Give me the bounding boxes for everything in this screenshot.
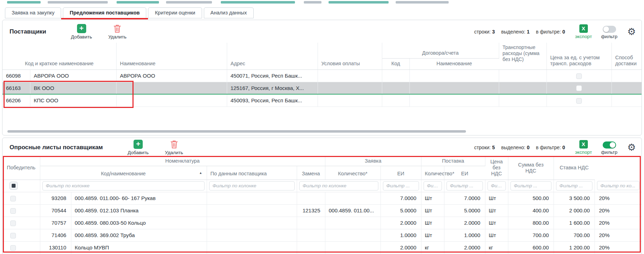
cell-code: 71406: [40, 229, 71, 241]
col-header-vat-rate[interactable]: Ставка НДС: [554, 156, 595, 180]
settings-gear-icon[interactable]: ⚙: [627, 143, 636, 152]
col-header-delivery-method[interactable]: Способ доставки: [611, 43, 642, 69]
cell-contract-code: [382, 69, 409, 82]
winner-checkbox[interactable]: [10, 233, 16, 238]
suppliers-panel: Поставщики + Добавить Удалить строки:3 в…: [2, 20, 642, 135]
winner-checkbox[interactable]: [10, 245, 16, 251]
col-header-supplier-data[interactable]: По данным поставщика: [207, 166, 297, 180]
col-header-unit-price[interactable]: Цена за ед. с учетом трансп. расходов: [546, 43, 611, 69]
col-header-sum-no-vat[interactable]: Сумма без НДС: [508, 156, 554, 180]
chrome-fragment: [48, 1, 108, 4]
filter-toggle-control[interactable]: фильтр: [601, 140, 618, 155]
horizontal-scrollbar[interactable]: [7, 130, 466, 133]
cell-unit-delivery: кг: [485, 241, 508, 254]
filter-input-vat[interactable]: [597, 181, 639, 190]
cell-qty-request: 2.0000: [380, 241, 421, 254]
cell-unit-request: кг: [421, 241, 444, 254]
filter-input-code-name[interactable]: [42, 181, 205, 190]
col-header-qty-delivery[interactable]: Количество*: [421, 166, 444, 180]
sheet-row[interactable]: 93208 000.4859. 011.000- 60- 167 Рукав 7…: [2, 192, 642, 204]
filter-cell: [297, 180, 380, 192]
filter-cell: [595, 180, 642, 192]
col-header-unit-request[interactable]: ЕИ: [380, 166, 421, 180]
supplier-row-selected[interactable]: 66163 ВК ООО 125167, Россия, г Москва, Х…: [2, 82, 642, 94]
col-header-contract-name[interactable]: Наименование: [409, 58, 499, 69]
tab-purchase-request[interactable]: Заявка на закупку: [5, 7, 61, 18]
tab-evaluation-criteria[interactable]: Критерии оценки: [148, 7, 202, 18]
filter-input-supplier-data[interactable]: [209, 181, 295, 190]
add-button-label: Добавить: [128, 150, 149, 155]
filter-input-price[interactable]: [510, 181, 551, 190]
col-header-winner[interactable]: Победитель: [2, 156, 40, 180]
survey-sheets-panel: Опросные листы поставщикам + Добавить Уд…: [2, 138, 642, 254]
winner-checkbox[interactable]: [10, 208, 16, 214]
col-header-contract-code[interactable]: Код: [382, 58, 409, 69]
col-header-replacement[interactable]: Замена: [297, 166, 325, 180]
export-excel-button[interactable]: X экспорт: [575, 140, 592, 155]
add-supplier-button[interactable]: + Добавить: [71, 24, 92, 40]
filter-toggle-off[interactable]: [603, 26, 616, 33]
filter-input-qty-request[interactable]: [383, 181, 419, 190]
sort-asc-icon: ▲: [199, 170, 202, 176]
filter-input-qty-delivery[interactable]: [447, 181, 483, 190]
delete-button-label: Удалить: [165, 150, 183, 155]
winner-filter-checkbox[interactable]: [10, 182, 18, 190]
col-header-name[interactable]: Наименование: [116, 43, 227, 69]
sheet-row[interactable]: 70544 000.4859. 012.103 Планка 121325 00…: [2, 204, 642, 217]
sheet-row[interactable]: 71406 000.4859. 369.002 Труба 1.0000 Шт …: [2, 229, 642, 241]
filter-input-unit-delivery[interactable]: [488, 181, 506, 190]
settings-gear-icon[interactable]: ⚙: [627, 27, 636, 37]
add-sheet-row-button[interactable]: + Добавить: [128, 140, 149, 155]
cell-code: 66163: [2, 82, 30, 94]
delete-supplier-button[interactable]: Удалить: [108, 24, 127, 40]
unit-price-checkbox[interactable]: [576, 85, 582, 91]
tab-bar: Заявка на закупку Предложения поставщико…: [0, 4, 644, 18]
tab-supplier-offers[interactable]: Предложения поставщиков: [63, 7, 146, 18]
cell-qty-request: 5.0000: [380, 204, 421, 217]
col-header-payment-terms[interactable]: Условия оплаты: [318, 43, 382, 69]
tab-data-analysis[interactable]: Анализ данных: [204, 7, 254, 18]
filter-cell: [508, 180, 554, 192]
filter-toggle-control[interactable]: фильтр: [601, 25, 618, 39]
filter-input-unit-request[interactable]: [424, 181, 442, 190]
unit-price-checkbox[interactable]: [576, 98, 582, 104]
col-group-delivery: Поставка: [421, 156, 485, 166]
filter-input-replacement[interactable]: [299, 181, 378, 190]
cell-unit-delivery: Шт: [485, 229, 508, 241]
cell-name: 000.4859. 011.000- 60- 167 Рукав: [71, 192, 207, 204]
cell-code: 70544: [40, 204, 71, 217]
unit-price-checkbox[interactable]: [576, 73, 582, 79]
cell-repl-code: [297, 217, 325, 229]
trash-icon: [170, 140, 178, 149]
delete-sheet-row-button[interactable]: Удалить: [165, 140, 183, 155]
col-header-address[interactable]: Адрес: [227, 43, 318, 69]
supplier-row[interactable]: 66098 АВРОРА ООО АВРОРА ООО 450071, Росс…: [2, 69, 642, 82]
winner-checkbox[interactable]: [10, 220, 16, 226]
cell-repl-code: 121325: [297, 204, 325, 217]
col-header-code-name[interactable]: Код/наименование ▲: [40, 166, 207, 180]
sheets-stats: строки:5 выделено:0 в фильтре:0: [474, 145, 565, 150]
cell-code: 66206: [2, 94, 30, 107]
cell-repl-name: [325, 241, 380, 254]
cell-sum: 2 000.00: [554, 204, 595, 217]
cell-unit-price: [546, 69, 611, 82]
col-header-qty-request[interactable]: Количество*: [325, 166, 380, 180]
supplier-row[interactable]: 66206 КПС ООО 450093, Россия, Респ Башк.…: [2, 94, 642, 107]
col-header-transport-costs[interactable]: Транспортные расходы (сумма без НДС): [499, 43, 546, 69]
cell-name: Кольцо МУВП: [71, 241, 207, 254]
sheet-row[interactable]: 70757 000.4859. 080.003-50 Кольцо 2.0000…: [2, 217, 642, 229]
plus-icon: +: [77, 24, 86, 33]
filter-toggle-on[interactable]: [603, 141, 616, 149]
cell-payment: [318, 94, 382, 107]
col-header-price-no-vat[interactable]: Цена без НДС: [485, 156, 508, 180]
chrome-fragment: [221, 1, 295, 4]
cell-address: 450093, Россия, Респ Башк...: [227, 94, 318, 107]
cell-name: 000.4859. 012.103 Планка: [71, 204, 207, 217]
col-header-code-short-name[interactable]: Код и краткое наименование: [2, 43, 116, 69]
cell-unit-request: Шт: [421, 204, 444, 217]
sheet-row[interactable]: 130110 Кольцо МУВП 2.0000 кг 2.0000 кг 6…: [2, 241, 642, 254]
cell-qty-request: 7.0000: [380, 192, 421, 204]
winner-checkbox[interactable]: [10, 196, 16, 201]
export-excel-button[interactable]: X экспорт: [575, 24, 592, 39]
filter-input-sum[interactable]: [556, 181, 592, 190]
